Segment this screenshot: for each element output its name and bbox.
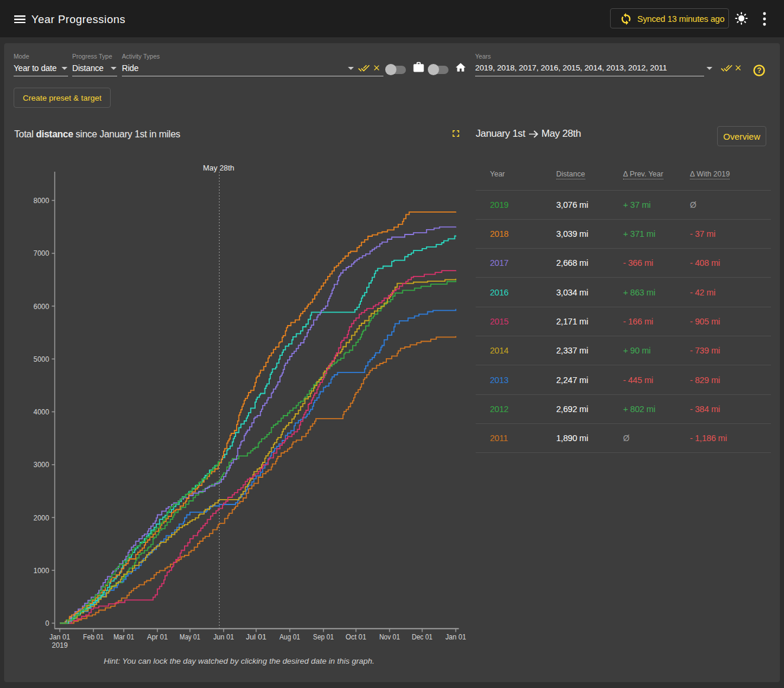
svg-text:May 01: May 01: [180, 632, 201, 641]
svg-text:0: 0: [45, 619, 49, 628]
svg-text:4000: 4000: [34, 407, 49, 416]
svg-text:May 28th: May 28th: [203, 163, 234, 172]
svg-text:Jan 01: Jan 01: [446, 632, 466, 641]
svg-text:6000: 6000: [34, 302, 49, 311]
svg-text:2019: 2019: [52, 641, 68, 650]
svg-text:1000: 1000: [34, 566, 49, 575]
svg-text:Mar 01: Mar 01: [114, 632, 134, 641]
svg-text:Feb 01: Feb 01: [83, 632, 104, 641]
svg-text:Dec 01: Dec 01: [412, 632, 433, 641]
svg-text:Aug 01: Aug 01: [279, 632, 300, 641]
svg-text:Jun 01: Jun 01: [213, 632, 234, 641]
svg-text:Jan 01: Jan 01: [50, 632, 70, 641]
svg-text:8000: 8000: [34, 196, 49, 205]
svg-text:7000: 7000: [34, 249, 49, 258]
svg-text:3000: 3000: [34, 460, 49, 469]
svg-text:Nov 01: Nov 01: [379, 632, 400, 641]
svg-text:5000: 5000: [34, 355, 49, 364]
svg-text:2000: 2000: [34, 513, 49, 522]
svg-text:?: ?: [757, 66, 762, 75]
svg-text:Oct 01: Oct 01: [346, 632, 366, 641]
svg-text:Apr 01: Apr 01: [147, 632, 168, 641]
svg-text:Sep 01: Sep 01: [313, 632, 334, 641]
svg-text:Jul 01: Jul 01: [246, 632, 266, 641]
